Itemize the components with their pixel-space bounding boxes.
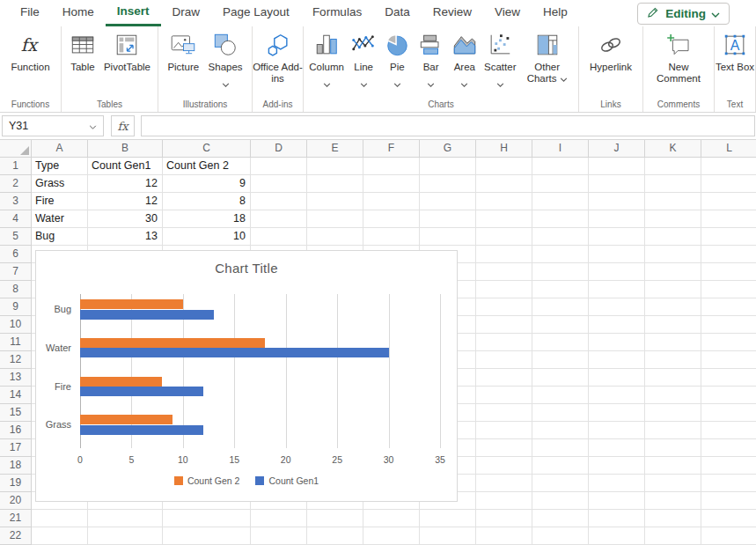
cell-H21[interactable] — [476, 510, 532, 527]
column-header-K[interactable]: K — [645, 140, 701, 158]
cell-H1[interactable] — [476, 158, 532, 175]
cell-B3[interactable]: 12 — [88, 193, 163, 210]
cell-L15[interactable] — [701, 404, 756, 422]
cell-K8[interactable] — [645, 281, 701, 298]
cell-L1[interactable] — [701, 158, 756, 175]
ribbon-button-office-add-ins[interactable]: Office Add-ins — [253, 31, 303, 85]
cell-I11[interactable] — [532, 334, 589, 351]
cell-I16[interactable] — [532, 422, 589, 439]
cell-H16[interactable] — [476, 422, 532, 439]
cell-J17[interactable] — [589, 439, 645, 457]
cell-J2[interactable] — [589, 175, 645, 193]
cell-I20[interactable] — [532, 492, 589, 510]
cell-I22[interactable] — [532, 527, 589, 545]
cell-D22[interactable] — [251, 527, 307, 545]
cell-K18[interactable] — [645, 457, 701, 475]
cell-J16[interactable] — [589, 422, 645, 439]
cell-K22[interactable] — [645, 527, 701, 545]
cell-H22[interactable] — [476, 527, 532, 545]
cell-I10[interactable] — [532, 316, 589, 334]
cell-H9[interactable] — [476, 298, 532, 316]
menu-item-file[interactable]: File — [9, 0, 51, 26]
cell-L2[interactable] — [701, 175, 756, 193]
cell-J5[interactable] — [589, 228, 645, 246]
ribbon-button-new-comment[interactable]: New Comment — [653, 31, 704, 85]
bar-grass-count-gen1[interactable] — [80, 425, 203, 435]
cell-K4[interactable] — [645, 210, 701, 228]
cell-H5[interactable] — [476, 228, 532, 246]
cell-H20[interactable] — [476, 492, 532, 510]
cell-L4[interactable] — [701, 210, 756, 228]
cell-C1[interactable]: Count Gen 2 — [163, 158, 251, 175]
cell-H17[interactable] — [476, 439, 532, 457]
row-header-14[interactable]: 14 — [0, 387, 32, 404]
cell-H4[interactable] — [476, 210, 532, 228]
cell-H12[interactable] — [476, 351, 532, 369]
cell-C2[interactable]: 9 — [163, 175, 251, 193]
ribbon-button-column[interactable]: Column — [309, 31, 344, 91]
bar-water-count-gen-2[interactable] — [80, 338, 265, 348]
cell-D4[interactable] — [251, 210, 307, 228]
cell-K13[interactable] — [645, 369, 701, 387]
chevron-down-icon[interactable] — [460, 75, 468, 91]
ribbon-button-area[interactable]: Area — [451, 31, 479, 91]
row-header-22[interactable]: 22 — [0, 527, 32, 545]
cell-I3[interactable] — [532, 193, 589, 210]
cell-F21[interactable] — [363, 510, 420, 527]
row-header-2[interactable]: 2 — [0, 175, 32, 193]
cell-L14[interactable] — [701, 387, 756, 404]
cell-H2[interactable] — [476, 175, 532, 193]
menu-item-formulas[interactable]: Formulas — [301, 0, 373, 26]
cell-L13[interactable] — [701, 369, 756, 387]
chevron-down-icon[interactable] — [427, 75, 435, 91]
column-header-I[interactable]: I — [532, 140, 589, 158]
menu-item-page-layout[interactable]: Page Layout — [211, 0, 301, 26]
menu-item-view[interactable]: View — [483, 0, 532, 26]
cell-G22[interactable] — [420, 527, 476, 545]
row-header-8[interactable]: 8 — [0, 281, 32, 298]
cell-K2[interactable] — [645, 175, 701, 193]
bar-bug-count-gen-2[interactable] — [80, 299, 183, 309]
chevron-down-icon[interactable] — [393, 75, 401, 91]
cell-F2[interactable] — [363, 175, 420, 193]
cell-F22[interactable] — [363, 527, 420, 545]
cell-E21[interactable] — [307, 510, 363, 527]
cell-C22[interactable] — [163, 527, 251, 545]
chevron-down-icon[interactable] — [360, 75, 368, 91]
ribbon-button-shapes[interactable]: Shapes — [209, 31, 243, 91]
cell-J3[interactable] — [589, 193, 645, 210]
cell-G3[interactable] — [420, 193, 476, 210]
cell-K5[interactable] — [645, 228, 701, 246]
menu-item-review[interactable]: Review — [422, 0, 483, 26]
ribbon-button-text-box[interactable]: AText Box — [716, 31, 754, 73]
cell-A4[interactable]: Water — [32, 210, 88, 228]
column-header-F[interactable]: F — [363, 140, 420, 158]
cell-A21[interactable] — [32, 510, 88, 527]
menu-item-home[interactable]: Home — [51, 0, 106, 26]
ribbon-button-table[interactable]: Table — [69, 31, 97, 73]
cell-J6[interactable] — [589, 246, 645, 263]
cell-H3[interactable] — [476, 193, 532, 210]
menu-item-draw[interactable]: Draw — [161, 0, 212, 26]
cell-F4[interactable] — [363, 210, 420, 228]
cell-D5[interactable] — [251, 228, 307, 246]
column-header-D[interactable]: D — [251, 140, 307, 158]
cell-I17[interactable] — [532, 439, 589, 457]
cell-K1[interactable] — [645, 158, 701, 175]
legend-item-count-gen-2[interactable]: Count Gen 2 — [174, 475, 240, 486]
cell-K12[interactable] — [645, 351, 701, 369]
row-header-20[interactable]: 20 — [0, 492, 32, 510]
cell-I6[interactable] — [532, 246, 589, 263]
cell-K15[interactable] — [645, 404, 701, 422]
cell-L9[interactable] — [701, 298, 756, 316]
cell-C5[interactable]: 10 — [163, 228, 251, 246]
cell-J1[interactable] — [589, 158, 645, 175]
cell-K19[interactable] — [645, 475, 701, 492]
column-header-C[interactable]: C — [163, 140, 251, 158]
cell-K16[interactable] — [645, 422, 701, 439]
cell-I12[interactable] — [532, 351, 589, 369]
row-header-11[interactable]: 11 — [0, 334, 32, 351]
cell-J7[interactable] — [589, 263, 645, 281]
cell-K6[interactable] — [645, 246, 701, 263]
embedded-chart[interactable]: Chart Title05101520253035BugWaterFireGra… — [35, 250, 458, 502]
